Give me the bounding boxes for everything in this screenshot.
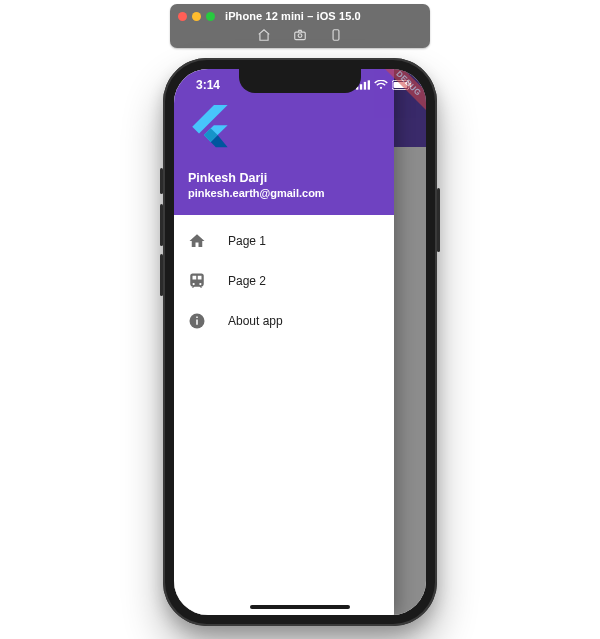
svg-rect-17: [196, 317, 198, 319]
svg-rect-5: [364, 82, 366, 90]
svg-rect-6: [368, 80, 370, 89]
drawer-item-page-2[interactable]: Page 2: [174, 261, 394, 301]
train-icon: [188, 272, 206, 290]
info-icon: [188, 312, 206, 330]
minimize-window-button[interactable]: [192, 12, 201, 21]
drawer-item-about[interactable]: About app: [174, 301, 394, 341]
simulator-toolbar: [178, 28, 422, 42]
drawer-item-label: Page 2: [228, 274, 266, 288]
home-indicator[interactable]: [250, 605, 350, 609]
svg-rect-2: [333, 30, 339, 41]
simulator-title: iPhone 12 mini – iOS 15.0: [225, 10, 361, 22]
zoom-window-button[interactable]: [206, 12, 215, 21]
drawer-item-page-1[interactable]: Page 1: [174, 221, 394, 261]
close-window-button[interactable]: [178, 12, 187, 21]
iphone-device-frame: 3:14: [163, 58, 437, 626]
svg-point-1: [298, 34, 302, 38]
volume-up-button[interactable]: [160, 204, 163, 246]
volume-down-button[interactable]: [160, 254, 163, 296]
svg-rect-4: [360, 84, 362, 89]
home-icon[interactable]: [257, 28, 271, 42]
drawer-item-label: Page 1: [228, 234, 266, 248]
device-notch: [239, 69, 361, 93]
account-name: Pinkesh Darji: [188, 171, 380, 186]
device-screen: 3:14: [174, 69, 426, 615]
power-button[interactable]: [437, 188, 440, 252]
drawer-list: Page 1 Page 2: [174, 215, 394, 347]
mute-switch[interactable]: [160, 168, 163, 194]
home-icon: [188, 232, 206, 250]
status-time: 3:14: [196, 78, 220, 92]
rotate-icon[interactable]: [329, 28, 343, 42]
wifi-icon: [374, 79, 388, 93]
simulator-title-bar: iPhone 12 mini – iOS 15.0: [170, 4, 430, 48]
navigation-drawer: Pinkesh Darji pinkesh.earth@gmail.com Pa…: [174, 69, 394, 615]
flutter-logo-icon: [188, 105, 232, 149]
drawer-item-label: About app: [228, 314, 283, 328]
svg-rect-16: [196, 320, 198, 325]
screenshot-icon[interactable]: [293, 28, 307, 42]
account-email: pinkesh.earth@gmail.com: [188, 186, 380, 201]
svg-point-7: [380, 87, 382, 89]
window-traffic-lights: [178, 12, 215, 21]
